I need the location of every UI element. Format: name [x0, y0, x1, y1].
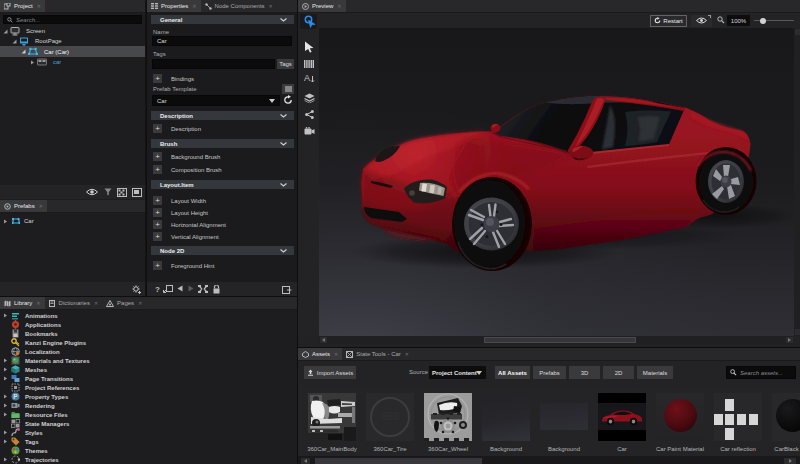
svg-text:P: P: [13, 393, 18, 400]
svg-text:A: A: [304, 73, 310, 83]
